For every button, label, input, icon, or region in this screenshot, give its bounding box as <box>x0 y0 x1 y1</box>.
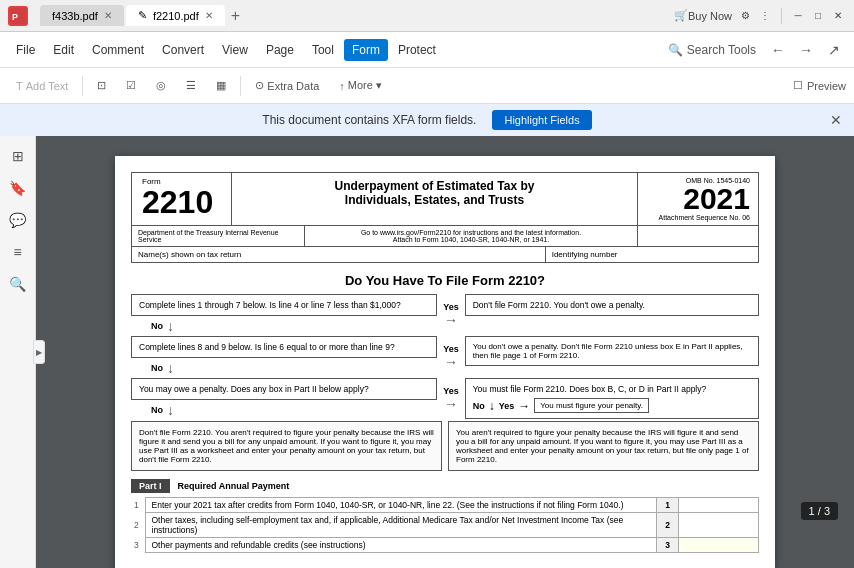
highlight-fields-button[interactable]: Highlight Fields <box>492 110 591 130</box>
part-i-section: Part I Required Annual Payment 1 Enter y… <box>131 479 759 553</box>
answer1: Don't file Form 2210. You don't owe a pe… <box>465 294 759 316</box>
row3-linenum: 3 <box>657 538 679 553</box>
recognize-field-button[interactable]: ⊙ Extra Data <box>247 76 327 95</box>
separator <box>82 76 83 96</box>
more-button[interactable] <box>394 83 410 89</box>
svg-text:P: P <box>12 12 18 22</box>
row2-amount <box>679 513 759 538</box>
search-icon: 🔍 <box>668 43 683 57</box>
answer2: You don't owe a penalty. Don't file Form… <box>465 336 759 366</box>
recognize-icon: ⊙ <box>255 79 264 92</box>
row2-linenum: 2 <box>657 513 679 538</box>
yes2-label: Yes <box>443 344 459 354</box>
no1-label: No <box>151 321 163 331</box>
row1-linenum: 1 <box>657 498 679 513</box>
title-bar: P f433b.pdf ✕ ✎ f2210.pdf ✕ + 🛒 Buy Now … <box>0 0 854 32</box>
subtitle: Go to www.irs.gov/Form2210 for instructi… <box>311 229 631 236</box>
no2-label: No <box>151 363 163 373</box>
row2-desc: Other taxes, including self-employment t… <box>145 513 657 538</box>
banner-close-button[interactable]: ✕ <box>830 112 842 128</box>
flowchart-title: Do You Have To File Form 2210? <box>131 273 759 288</box>
more-icon[interactable]: ⋮ <box>757 8 773 24</box>
table-row: 3 Other payments and refundable credits … <box>131 538 759 553</box>
yes1-label: Yes <box>443 302 459 312</box>
tab-close-icon[interactable]: ✕ <box>205 10 213 21</box>
row1-amount <box>679 498 759 513</box>
xfa-banner: This document contains XFA form fields. … <box>0 104 854 136</box>
part-label: Part I <box>131 479 170 493</box>
menu-file[interactable]: File <box>8 39 43 61</box>
checkbox-tool-button[interactable]: ☑ <box>118 76 144 95</box>
attachment-seq: Attachment Sequence No. 06 <box>646 214 750 221</box>
app-icon: P <box>8 6 28 26</box>
flowchart: Complete lines 1 through 7 below. Is lin… <box>131 294 759 471</box>
subtitle2: Attach to Form 1040, 1040-SR, 1040-NR, o… <box>311 236 631 243</box>
extra-data-button[interactable]: ↑ More ▾ <box>331 76 390 95</box>
select-tool-button[interactable]: ⊡ <box>89 76 114 95</box>
name-label: Name(s) shown on tax return <box>132 247 546 262</box>
tab-f433b[interactable]: f433b.pdf ✕ <box>40 5 124 26</box>
main-layout: ⊞ 🔖 💬 ≡ 🔍 ▶ Form 2210 Underpayment of Es… <box>0 136 854 568</box>
radio-tool-button[interactable]: ◎ <box>148 76 174 95</box>
dept-text: Department of the Treasury Internal Reve… <box>132 226 305 246</box>
preview-button[interactable]: ☐ Preview <box>793 79 846 92</box>
id-label: Identifying number <box>546 247 758 262</box>
tab-f2210[interactable]: ✎ f2210.pdf ✕ <box>126 5 225 26</box>
form-number: 2210 <box>142 186 221 218</box>
menu-page[interactable]: Page <box>258 39 302 61</box>
menu-view[interactable]: View <box>214 39 256 61</box>
xfa-message: This document contains XFA form fields. <box>262 113 476 127</box>
question1: Complete lines 1 through 7 below. Is lin… <box>131 294 437 316</box>
settings-icon[interactable]: ⚙ <box>737 8 753 24</box>
tab-close-icon[interactable]: ✕ <box>104 10 112 21</box>
seq-right <box>638 226 758 246</box>
data-icon: ↑ <box>339 80 345 92</box>
new-tab-button[interactable]: + <box>227 5 244 26</box>
close-button[interactable]: ✕ <box>830 8 846 24</box>
external-icon[interactable]: ↗ <box>822 38 846 62</box>
sidebar-collapse-arrow[interactable]: ▶ <box>33 340 45 364</box>
buy-now-button[interactable]: 🛒 Buy Now <box>673 8 733 24</box>
question3: You may owe a penalty. Does any box in P… <box>131 378 437 400</box>
form-title2: Individuals, Estates, and Trusts <box>242 193 627 207</box>
no3-result: Don't file Form 2210. You aren't require… <box>131 421 442 471</box>
back-icon[interactable]: ← <box>766 38 790 62</box>
menu-tool[interactable]: Tool <box>304 39 342 61</box>
minimize-button[interactable]: ─ <box>790 8 806 24</box>
must-figure: You must figure your penalty. <box>534 398 649 413</box>
addtext-icon: T <box>16 80 23 92</box>
sidebar-bookmark-icon[interactable]: 🔖 <box>6 176 30 200</box>
menu-comment[interactable]: Comment <box>84 39 152 61</box>
form-title1: Underpayment of Estimated Tax by <box>242 179 627 193</box>
left-sidebar: ⊞ 🔖 💬 ≡ 🔍 <box>0 136 36 568</box>
sidebar-layers-icon[interactable]: ≡ <box>6 240 30 264</box>
search-tools-button[interactable]: 🔍 Search Tools <box>668 43 756 57</box>
question2: Complete lines 8 and 9 below. Is line 6 … <box>131 336 437 358</box>
table-row: 2 Other taxes, including self-employment… <box>131 513 759 538</box>
document-area: Form 2210 Underpayment of Estimated Tax … <box>36 136 854 568</box>
maximize-button[interactable]: □ <box>810 8 826 24</box>
menu-protect[interactable]: Protect <box>390 39 444 61</box>
page-count-badge: 1 / 3 <box>801 502 838 520</box>
window-controls: 🛒 Buy Now ⚙ ⋮ ─ □ ✕ <box>673 8 846 24</box>
menu-form[interactable]: Form <box>344 39 388 61</box>
sidebar-comment-icon[interactable]: 💬 <box>6 208 30 232</box>
nav-icons: ← → ↗ <box>766 38 846 62</box>
list-tool-button[interactable]: ☰ <box>178 76 204 95</box>
yes3-label: Yes <box>443 386 459 396</box>
menu-convert[interactable]: Convert <box>154 39 212 61</box>
toolbar: T Add Text ⊡ ☑ ◎ ☰ ▦ ⊙ Extra Data ↑ More… <box>0 68 854 104</box>
row3-amount <box>679 538 759 553</box>
forward-icon[interactable]: → <box>794 38 818 62</box>
sidebar-pages-icon[interactable]: ⊞ <box>6 144 30 168</box>
menu-edit[interactable]: Edit <box>45 39 82 61</box>
menu-bar: File Edit Comment Convert View Page Tool… <box>0 32 854 68</box>
part-i-table: 1 Enter your 2021 tax after credits from… <box>131 497 759 553</box>
tab-label: f433b.pdf <box>52 10 98 22</box>
sidebar-search-icon[interactable]: 🔍 <box>6 272 30 296</box>
yes3-result: You aren't required to figure your penal… <box>448 421 759 471</box>
separator2 <box>240 76 241 96</box>
tab-label: f2210.pdf <box>153 10 199 22</box>
add-text-button[interactable]: T Add Text <box>8 77 76 95</box>
field-tool-button[interactable]: ▦ <box>208 76 234 95</box>
